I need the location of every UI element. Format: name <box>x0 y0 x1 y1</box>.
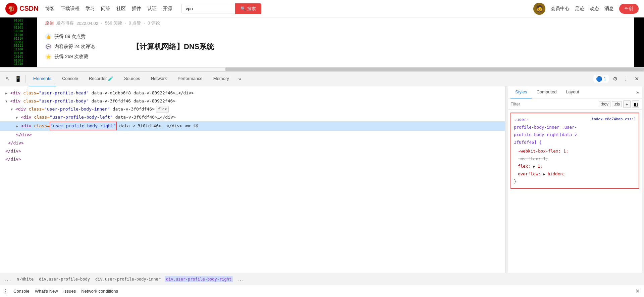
avatar[interactable]: 🧔 <box>533 3 545 15</box>
console-bar-console[interactable]: Console <box>13 288 30 294</box>
toggle-sidebar-button[interactable]: ◧ <box>632 100 639 108</box>
tab-styles[interactable]: Styles <box>511 86 532 98</box>
toggle-icon-2[interactable] <box>5 97 10 105</box>
toggle-icon-3[interactable] <box>11 105 15 113</box>
styles-more-button[interactable]: » <box>636 89 639 95</box>
breadcrumb-profile-body-right[interactable]: div.user-profile-body-right <box>165 276 233 282</box>
matrix-text: 0100110110011011001011010011101000101011… <box>14 19 23 66</box>
flex-arrow[interactable]: ▶ <box>533 164 537 169</box>
console-bar-network-conditions[interactable]: Network conditions <box>81 288 118 294</box>
logo[interactable]: 🐒 CSDN <box>5 3 39 15</box>
add-style-button[interactable]: + <box>623 100 631 108</box>
css-prop-overflow: overflow: ▶ hidden; <box>514 170 636 178</box>
devtools-toolbar: ↖ 📱 Elements Console Recorder 🧪 Sources … <box>0 72 644 86</box>
scroll-thumb[interactable] <box>225 68 644 71</box>
hover-filter-button[interactable]: :hov <box>599 101 610 107</box>
toggle-icon-4[interactable] <box>16 114 21 121</box>
settings-button[interactable]: ⚙ <box>610 74 620 84</box>
matrix-background: 0100110110011011001011010011101000101011… <box>0 17 37 67</box>
console-bar: ⋮ Console What's New Issues Network cond… <box>0 285 644 297</box>
html-panel-scrollbar[interactable] <box>505 86 508 273</box>
blog-meta-date: 2022.04.02 <box>76 21 98 26</box>
toolbar-separator <box>25 75 26 83</box>
filter-input[interactable] <box>511 101 596 107</box>
nav-link-plugins[interactable]: 插件 <box>132 6 141 12</box>
nav-link-learn[interactable]: 学习 <box>86 6 95 12</box>
device-icon: 📱 <box>15 76 21 82</box>
dollar-sign: == $0 <box>182 122 198 130</box>
tab-recorder[interactable]: Recorder 🧪 <box>84 72 118 86</box>
console-bar-issues[interactable]: Issues <box>63 288 76 294</box>
nav-link-blog[interactable]: 博客 <box>45 6 55 12</box>
tab-performance[interactable]: Performance <box>173 72 207 86</box>
html-line-8: </div> <box>0 147 505 155</box>
blog-meta-likes: 0 点赞 <box>129 20 141 26</box>
chat-icon: 🔵 <box>596 76 602 82</box>
breadcrumb-n-white[interactable]: n-White <box>15 276 35 282</box>
tab-console[interactable]: Console <box>57 72 83 86</box>
console-badge[interactable]: 🔵 1 <box>593 75 609 83</box>
console-bar-dots[interactable]: ⋮ <box>3 288 8 294</box>
tab-layout[interactable]: Layout <box>561 86 584 98</box>
blog-meta-tag: 原创 <box>45 20 54 26</box>
top-nav: 🐒 CSDN 博客 下载课程 学习 问答 社区 插件 认证 开源 🔍 搜索 🧔 … <box>0 0 644 17</box>
tab-computed[interactable]: Computed <box>532 86 561 98</box>
console-badge-count: 1 <box>604 76 606 81</box>
blog-title: 【计算机网络】DNS系统 <box>132 42 214 52</box>
breadcrumb-profile-body-inner[interactable]: div.user-profile-body-inner <box>94 276 162 282</box>
cursor-icon: ↖ <box>5 76 10 82</box>
nav-link-opensource[interactable]: 开源 <box>163 6 172 12</box>
html-line-2: <div class="user-profile-body" data-v-3f… <box>0 97 505 105</box>
tab-network[interactable]: Network <box>146 72 172 86</box>
overflow-arrow[interactable]: ▶ <box>543 172 547 176</box>
console-close-button[interactable]: ✕ <box>633 287 641 295</box>
nav-link-cert[interactable]: 认证 <box>147 6 157 12</box>
html-line-1: <div class="user-profile-head" data-v-d1… <box>0 89 505 97</box>
search-button[interactable]: 🔍 搜索 <box>235 3 261 14</box>
cls-filter-button[interactable]: .cls <box>612 101 622 107</box>
star-icon: ⭐ <box>45 53 52 60</box>
dynamics-link[interactable]: 动态 <box>590 6 599 12</box>
tab-elements[interactable]: Elements <box>29 72 56 86</box>
css-filename[interactable]: index.e8d74bab.css:1 <box>592 116 636 123</box>
messages-link[interactable]: 消息 <box>604 6 614 12</box>
filter-buttons: :hov .cls + ◧ <box>599 100 639 108</box>
breadcrumb-ellipsis-end[interactable]: ... <box>235 276 246 282</box>
scroll-track[interactable] <box>0 67 644 71</box>
breadcrumb-profile-body[interactable]: div.user-profile-body <box>38 276 91 282</box>
device-toolbar-button[interactable]: 📱 <box>13 74 23 84</box>
css-closing-brace: } <box>514 178 636 185</box>
create-button[interactable]: ✏创 <box>619 4 639 14</box>
element-picker-button[interactable]: ↖ <box>3 74 12 84</box>
nav-link-community[interactable]: 社区 <box>116 6 126 12</box>
tab-memory[interactable]: Memory <box>209 72 234 86</box>
more-options-button[interactable]: ⋮ <box>621 74 631 84</box>
nav-link-courses[interactable]: 下载课程 <box>61 6 79 12</box>
blog-meta-reads: 566 阅读 <box>105 20 122 26</box>
search-input[interactable] <box>181 4 235 13</box>
toggle-icon-1[interactable] <box>5 89 10 97</box>
blog-meta-author: 发布博客 <box>56 20 74 26</box>
toolbar-right: 🔵 1 ⚙ ⋮ ✕ <box>593 74 641 84</box>
breadcrumb-ellipsis-start[interactable]: ... <box>3 276 13 282</box>
more-tabs-button[interactable]: » <box>235 74 245 84</box>
blog-area: 0100110110011011001011010011101000101011… <box>0 17 644 67</box>
nav-links: 博客 下载课程 学习 问答 社区 插件 认证 开源 <box>45 6 172 12</box>
html-line-3: <div class="user-profile-body-inner" dat… <box>0 105 505 113</box>
comment-icon: 💬 <box>45 43 52 50</box>
console-bar-whats-new[interactable]: What's New <box>35 288 58 294</box>
blog-stat-likes-text: 获得 89 次点赞 <box>54 34 86 40</box>
toggle-icon-5[interactable] <box>16 122 21 130</box>
tab-sources[interactable]: Sources <box>119 72 145 86</box>
close-devtools-button[interactable]: ✕ <box>632 74 641 84</box>
blog-sidebar: 0100110110011011001011010011101000101011… <box>0 17 37 67</box>
html-line-6: </div> <box>0 131 505 139</box>
member-center-link[interactable]: 会员中心 <box>551 6 570 12</box>
nav-link-qa[interactable]: 问答 <box>101 6 110 12</box>
right-border <box>642 86 644 273</box>
css-rule-block: .user-profile-body-inner .user-profile-b… <box>511 113 639 189</box>
css-prop-flex: flex: ▶ 1; <box>514 163 636 170</box>
footprint-link[interactable]: 足迹 <box>575 6 584 12</box>
thumbs-up-icon: 👍 <box>45 33 52 40</box>
html-line-9: </div> <box>0 155 505 163</box>
